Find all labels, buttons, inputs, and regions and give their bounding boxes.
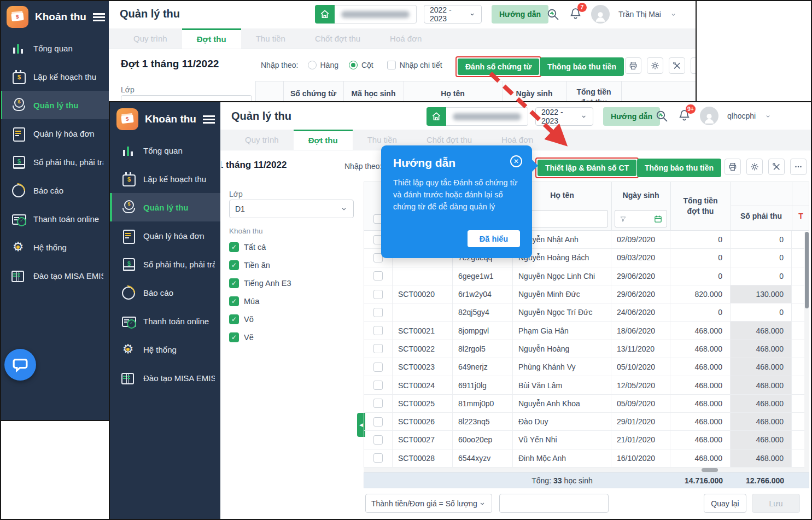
cell-student-code[interactable]: 6544xyzv <box>453 449 513 467</box>
cell-receivable[interactable]: 0 <box>731 231 792 248</box>
cell-total[interactable]: 468.000 <box>670 358 731 376</box>
cell-full-name[interactable]: Nguyễn Hoàng <box>513 340 611 358</box>
cell-total[interactable]: 0 <box>670 231 731 248</box>
school-year-select[interactable]: 2022 - 2023 <box>535 107 593 126</box>
cell-dob[interactable]: 12/05/2020 <box>611 376 670 394</box>
cell-total[interactable]: 468.000 <box>670 449 731 467</box>
menu-toggle-icon[interactable] <box>93 13 100 21</box>
notify-collection-button[interactable]: Thông báo thu tiền <box>637 159 721 177</box>
cell-dob[interactable]: 16/10/2020 <box>611 449 670 467</box>
utilities-button[interactable] <box>768 159 785 175</box>
row-checkbox[interactable] <box>373 363 383 372</box>
cell-student-code[interactable]: 6gege1w1 <box>453 267 513 285</box>
dob-filter[interactable] <box>615 210 667 227</box>
checkbox-detail[interactable] <box>387 61 396 69</box>
sidebar-item[interactable]: Tổng quan <box>0 34 109 62</box>
notifications-button[interactable]: 7 <box>569 7 582 22</box>
cell-doc-no[interactable] <box>393 267 453 285</box>
cell-full-name[interactable]: Nguyễn Anh Khoa <box>513 395 611 412</box>
cell-dob[interactable]: 05/10/2020 <box>611 358 670 376</box>
home-button[interactable] <box>315 5 335 24</box>
cell-doc-no[interactable]: SCT00027 <box>393 431 453 448</box>
tab[interactable]: Thu tiền <box>241 28 300 49</box>
sidebar-item[interactable]: Quản lý thu <box>0 91 109 119</box>
footer-input[interactable] <box>499 494 609 513</box>
sidebar-item[interactable]: Thanh toán online <box>0 205 109 233</box>
checkbox-checked[interactable]: ✓ <box>229 278 239 288</box>
cell-dob[interactable]: 29/01/2020 <box>611 413 670 430</box>
cell-receivable[interactable]: 468.000 <box>731 340 792 358</box>
sidebar-item[interactable]: Sổ phải thu, phải trả <box>0 148 109 176</box>
class-filter-select[interactable]: D1 <box>229 200 354 218</box>
cell-receivable[interactable]: 0 <box>731 267 792 285</box>
more-button-clipped[interactable] <box>691 57 697 74</box>
tab[interactable]: Chốt đợt thu <box>300 28 375 49</box>
sidebar-item[interactable]: Hệ thống <box>0 233 109 261</box>
checkbox-checked[interactable]: ✓ <box>229 332 239 342</box>
checkbox-checked[interactable]: ✓ <box>229 242 239 252</box>
row-checkbox[interactable] <box>373 381 383 390</box>
cell-full-name[interactable]: Bùi Văn Lâm <box>513 376 611 394</box>
cell-dob[interactable]: 29/06/2020 <box>611 285 670 303</box>
cell-total[interactable]: 468.000 <box>670 431 731 448</box>
row-checkbox[interactable] <box>373 435 383 445</box>
sidebar-item[interactable]: Đào tạo MISA EMIS <box>0 261 109 290</box>
setup-numbering-button[interactable]: Thiết lập & Đánh số CT <box>538 160 636 176</box>
cell-dob[interactable]: 29/06/2020 <box>611 267 670 285</box>
radio-row[interactable] <box>308 61 317 69</box>
tab[interactable]: Quy trình <box>119 28 182 49</box>
cell-receivable[interactable]: 468.000 <box>731 395 792 412</box>
notifications-button[interactable]: 9+ <box>677 108 691 124</box>
cell-total[interactable]: 0 <box>670 249 731 266</box>
cell-doc-no[interactable]: SCT00022 <box>393 340 453 358</box>
cell-receivable[interactable]: 468.000 <box>731 358 792 376</box>
checkbox-checked[interactable]: ✓ <box>229 260 239 270</box>
cell-student-code[interactable]: 82qj5gy4 <box>453 303 513 321</box>
row-checkbox[interactable] <box>373 308 383 317</box>
cell-receivable[interactable]: 468.000 <box>731 322 792 339</box>
cell-student-code[interactable]: 6911j0lg <box>453 376 513 394</box>
utilities-button[interactable] <box>669 57 685 74</box>
user-name[interactable]: Trần Thị Mai <box>618 10 661 19</box>
formula-select[interactable]: Thành tiền/Đơn giá = Số lượng <box>365 494 492 513</box>
more-button[interactable] <box>790 159 807 175</box>
cell-student-code[interactable]: 649nerjz <box>453 358 513 376</box>
sidebar-item[interactable]: Lập kế hoạch thu <box>0 62 109 91</box>
cell-receivable[interactable]: 0 <box>731 303 792 321</box>
cell-doc-no[interactable]: SCT00021 <box>393 322 453 339</box>
user-name[interactable]: qlhocphi <box>727 112 756 120</box>
chevron-down-icon[interactable] <box>670 11 677 18</box>
scrollbar-thumb[interactable] <box>805 232 809 308</box>
row-checkbox[interactable] <box>373 326 383 335</box>
cell-total[interactable]: 0 <box>670 303 731 321</box>
cell-full-name[interactable]: Nguyễn Ngọc Linh Chi <box>513 267 611 285</box>
cell-doc-no[interactable]: SCT00020 <box>393 285 453 303</box>
cell-total[interactable]: 468.000 <box>670 322 731 339</box>
cell-full-name[interactable]: Phùng Khánh Vy <box>513 358 611 376</box>
cell-doc-no[interactable] <box>393 303 453 321</box>
cell-total[interactable]: 820.000 <box>670 285 731 303</box>
cell-student-code[interactable]: 8l223nq5 <box>453 413 513 430</box>
cell-receivable[interactable]: 468.000 <box>731 431 792 448</box>
chevron-down-icon[interactable] <box>764 113 772 120</box>
sidebar-item[interactable]: Lập kế hoạch thu <box>110 165 220 193</box>
menu-toggle-icon[interactable] <box>203 115 212 124</box>
search-icon[interactable] <box>655 109 669 123</box>
sidebar-item[interactable]: Quản lý hóa đơn <box>0 119 109 148</box>
sidebar-item[interactable]: Thanh toán online <box>110 307 220 335</box>
checkbox-checked[interactable]: ✓ <box>229 296 239 306</box>
horizontal-scrollbar[interactable] <box>364 468 809 472</box>
cell-full-name[interactable]: Phạm Gia Hân <box>513 322 611 339</box>
chat-support-button[interactable] <box>4 349 36 381</box>
sidebar-item[interactable]: Báo cáo <box>0 176 109 205</box>
cell-student-code[interactable]: 8jompgvl <box>453 322 513 339</box>
avatar[interactable] <box>700 107 718 125</box>
cell-dob[interactable]: 09/03/2020 <box>611 249 670 266</box>
row-checkbox[interactable] <box>373 453 383 463</box>
cell-total[interactable]: 468.000 <box>670 395 731 412</box>
cell-total[interactable]: 468.000 <box>670 376 731 394</box>
row-checkbox[interactable] <box>373 417 383 426</box>
tab[interactable]: Đợt thu <box>294 130 353 150</box>
cell-full-name[interactable]: Đinh Mộc Anh <box>513 449 611 467</box>
cell-doc-no[interactable]: SCT00026 <box>393 413 453 430</box>
